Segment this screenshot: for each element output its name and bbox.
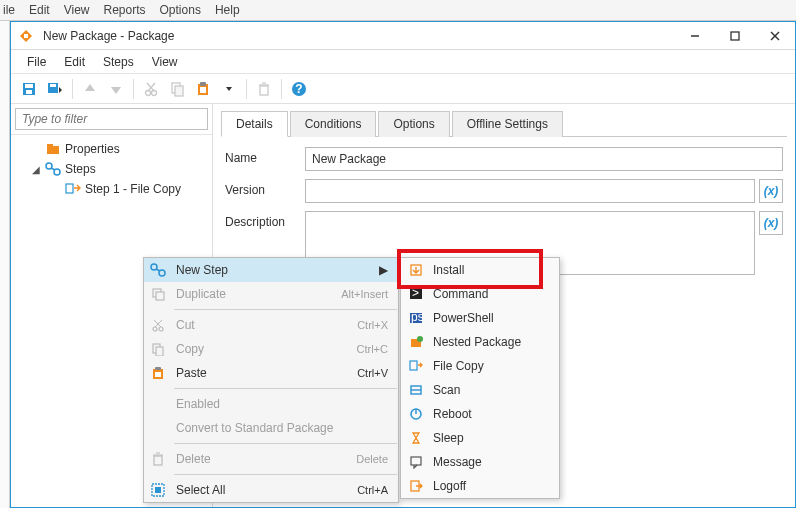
filter-box (15, 108, 208, 130)
tree-label: Step 1 - File Copy (85, 182, 181, 196)
svg-rect-34 (156, 292, 164, 300)
parent-menu-options[interactable]: Options (160, 3, 201, 17)
submenu-item-message[interactable]: Message (401, 450, 559, 474)
tree-node-steps[interactable]: ◢ Steps (17, 159, 212, 179)
menu-item-select-all[interactable]: Select AllCtrl+A (144, 478, 398, 502)
svg-rect-18 (200, 87, 206, 93)
svg-rect-61 (411, 457, 421, 465)
submenu-item-nested-package[interactable]: Nested Package (401, 330, 559, 354)
collapse-icon[interactable]: ◢ (31, 164, 41, 175)
svg-line-28 (51, 168, 55, 170)
submenu-item-label: PowerShell (433, 311, 494, 325)
toolbar-separator (72, 79, 73, 99)
menu-item-shortcut: Ctrl+A (357, 484, 388, 496)
file-copy-icon (407, 357, 425, 375)
parent-menu-reports[interactable]: Reports (104, 3, 146, 17)
context-menu: New Step▶DuplicateAlt+InsertCutCtrl+XCop… (143, 257, 399, 503)
svg-rect-44 (154, 456, 162, 465)
tree-node-properties[interactable]: Properties (17, 139, 212, 159)
svg-point-35 (153, 327, 157, 331)
tree-label: Steps (65, 162, 96, 176)
submenu-item-sleep[interactable]: Sleep (401, 426, 559, 450)
save-button[interactable] (17, 77, 41, 101)
submenu-item-install[interactable]: Install (401, 258, 559, 282)
blank-icon (148, 394, 168, 414)
parent-menu-file[interactable]: ile (3, 3, 15, 17)
submenu-arrow-icon: ▶ (378, 263, 388, 277)
parent-menu-help[interactable]: Help (215, 3, 240, 17)
svg-rect-25 (47, 144, 53, 147)
maximize-button[interactable] (715, 22, 755, 50)
submenu-item-scan[interactable]: Scan (401, 378, 559, 402)
properties-icon (45, 141, 61, 157)
menu-item-label: Delete (176, 452, 348, 466)
sleep-icon (407, 429, 425, 447)
svg-rect-15 (175, 86, 183, 96)
delete-button[interactable] (252, 77, 276, 101)
cut-icon (148, 315, 168, 335)
powershell-icon: ps1 (407, 309, 425, 327)
menu-edit[interactable]: Edit (56, 52, 93, 72)
tree-node-step1[interactable]: Step 1 - File Copy (17, 179, 212, 199)
svg-rect-19 (260, 86, 268, 95)
submenu-item-reboot[interactable]: Reboot (401, 402, 559, 426)
cut-button[interactable] (139, 77, 163, 101)
copy-button[interactable] (165, 77, 189, 101)
parent-menu-view[interactable]: View (64, 3, 90, 17)
menu-file[interactable]: File (19, 52, 54, 72)
window-title: New Package - Package (43, 29, 675, 43)
svg-rect-56 (410, 361, 417, 370)
tab-conditions[interactable]: Conditions (290, 111, 377, 137)
version-variable-button[interactable]: (x) (759, 179, 783, 203)
submenu-item-label: Install (433, 263, 464, 277)
submenu-item-label: Reboot (433, 407, 472, 421)
save-dropdown-button[interactable] (43, 77, 67, 101)
menu-item-label: Select All (176, 483, 349, 497)
toolbar-separator (133, 79, 134, 99)
paste-dropdown-button[interactable] (217, 77, 241, 101)
svg-rect-7 (26, 90, 32, 94)
paste-button[interactable] (191, 77, 215, 101)
submenu-item-label: Message (433, 455, 482, 469)
menu-item-shortcut: Ctrl+C (357, 343, 388, 355)
move-up-button[interactable] (78, 77, 102, 101)
submenu-item-powershell[interactable]: ps1PowerShell (401, 306, 559, 330)
menu-item-copy: CopyCtrl+C (144, 337, 398, 361)
tab-details[interactable]: Details (221, 111, 288, 137)
svg-rect-48 (155, 487, 161, 493)
menu-steps[interactable]: Steps (95, 52, 142, 72)
copy-icon (148, 339, 168, 359)
svg-rect-29 (66, 184, 73, 193)
menu-item-enabled: Enabled (144, 392, 398, 416)
paste-icon (148, 363, 168, 383)
tab-options[interactable]: Options (378, 111, 449, 137)
menu-item-paste[interactable]: PasteCtrl+V (144, 361, 398, 385)
menu-view[interactable]: View (144, 52, 186, 72)
help-button[interactable]: ? (287, 77, 311, 101)
menu-item-label: Convert to Standard Package (176, 421, 388, 435)
message-icon (407, 453, 425, 471)
name-label: Name (225, 147, 305, 165)
svg-rect-6 (25, 84, 33, 88)
move-down-button[interactable] (104, 77, 128, 101)
svg-point-55 (417, 336, 423, 342)
submenu-item-command[interactable]: >_Command (401, 282, 559, 306)
name-input[interactable] (305, 147, 783, 171)
toolbar-separator (281, 79, 282, 99)
parent-menu-edit[interactable]: Edit (29, 3, 50, 17)
tree-label: Properties (65, 142, 120, 156)
toolbar: ? (11, 74, 795, 104)
submenu-item-label: Scan (433, 383, 460, 397)
filter-input[interactable] (15, 108, 208, 130)
minimize-button[interactable] (675, 22, 715, 50)
menu-item-label: Cut (176, 318, 349, 332)
version-input[interactable] (305, 179, 755, 203)
svg-line-38 (155, 320, 162, 327)
tab-offline-settings[interactable]: Offline Settings (452, 111, 563, 137)
submenu-item-file-copy[interactable]: File Copy (401, 354, 559, 378)
menu-item-new-step[interactable]: New Step▶ (144, 258, 398, 282)
description-variable-button[interactable]: (x) (759, 211, 783, 235)
submenu-item-logoff[interactable]: Logoff (401, 474, 559, 498)
close-button[interactable] (755, 22, 795, 50)
submenu-item-label: Sleep (433, 431, 464, 445)
